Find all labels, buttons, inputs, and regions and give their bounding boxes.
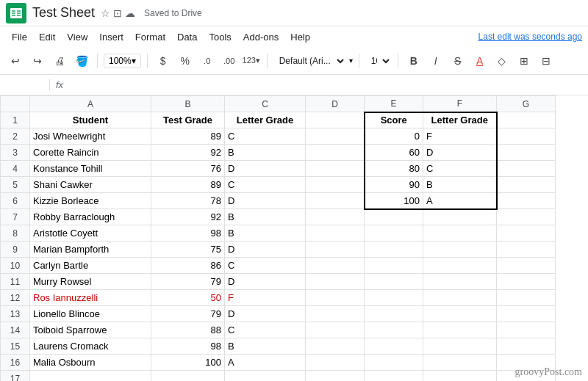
- last-edit-status[interactable]: Last edit was seconds ago: [478, 32, 582, 42]
- cell-d7[interactable]: [306, 209, 365, 225]
- cell-f14[interactable]: [423, 322, 497, 338]
- cell-d17[interactable]: [306, 371, 365, 382]
- cell-d9[interactable]: [306, 242, 365, 258]
- cell-g12[interactable]: [497, 290, 556, 306]
- cell-c8[interactable]: B: [225, 225, 306, 242]
- cell-a13[interactable]: Lionello Blincoe: [30, 306, 151, 322]
- cell-d3[interactable]: [306, 145, 365, 161]
- cell-d16[interactable]: [306, 355, 365, 371]
- menu-format[interactable]: Format: [129, 29, 171, 46]
- cell-c14[interactable]: C: [225, 322, 306, 338]
- cell-e3[interactable]: 60: [365, 145, 423, 161]
- cell-a10[interactable]: Carlyn Bartle: [30, 258, 151, 274]
- cell-f12[interactable]: [423, 290, 497, 306]
- cell-a12[interactable]: Ros Iannuzzelli: [30, 290, 151, 306]
- cell-g8[interactable]: [497, 225, 556, 242]
- cell-c12[interactable]: F: [225, 290, 306, 306]
- cell-e1[interactable]: Score: [365, 112, 423, 128]
- cell-b9[interactable]: 75: [151, 242, 225, 258]
- document-title[interactable]: Test Sheet: [32, 5, 95, 21]
- col-header-d[interactable]: D: [306, 96, 365, 112]
- cell-e9[interactable]: [365, 242, 423, 258]
- cell-d10[interactable]: [306, 258, 365, 274]
- cell-a4[interactable]: Konstance Tohill: [30, 161, 151, 177]
- menu-addons[interactable]: Add-ons: [237, 29, 284, 46]
- dec-decimals-button[interactable]: .0: [198, 51, 217, 70]
- menu-help[interactable]: Help: [284, 29, 316, 46]
- cell-d2[interactable]: [306, 128, 365, 145]
- cell-f10[interactable]: [423, 258, 497, 274]
- cell-b1[interactable]: Test Grade: [151, 112, 225, 128]
- cell-a2[interactable]: Josi Wheelwright: [30, 128, 151, 145]
- col-header-f[interactable]: F: [423, 96, 497, 112]
- menu-edit[interactable]: Edit: [33, 29, 61, 46]
- cell-d11[interactable]: [306, 274, 365, 290]
- cell-d8[interactable]: [306, 225, 365, 242]
- cell-a15[interactable]: Laurens Cromack: [30, 338, 151, 355]
- cell-g7[interactable]: [497, 209, 556, 225]
- merge-button[interactable]: ⊟: [537, 51, 556, 70]
- cell-c15[interactable]: B: [225, 338, 306, 355]
- cell-c3[interactable]: B: [225, 145, 306, 161]
- cell-e7[interactable]: [365, 209, 423, 225]
- cell-reference-input[interactable]: [6, 79, 50, 90]
- cell-c13[interactable]: D: [225, 306, 306, 322]
- cell-g9[interactable]: [497, 242, 556, 258]
- cell-f16[interactable]: [423, 355, 497, 371]
- cell-d5[interactable]: [306, 177, 365, 193]
- cell-c1[interactable]: Letter Grade: [225, 112, 306, 128]
- col-header-e[interactable]: E: [365, 96, 423, 112]
- cell-f2[interactable]: F: [423, 128, 497, 145]
- cell-g10[interactable]: [497, 258, 556, 274]
- cell-b11[interactable]: 79: [151, 274, 225, 290]
- star-icon[interactable]: ☆: [101, 7, 110, 19]
- cell-d12[interactable]: [306, 290, 365, 306]
- cell-g1[interactable]: [497, 112, 556, 128]
- cell-c2[interactable]: C: [225, 128, 306, 145]
- cell-b2[interactable]: 89: [151, 128, 225, 145]
- cell-a1[interactable]: Student: [30, 112, 151, 128]
- cell-f13[interactable]: [423, 306, 497, 322]
- paint-format-button[interactable]: 🪣: [72, 51, 91, 70]
- cell-g6[interactable]: [497, 193, 556, 209]
- cell-a3[interactable]: Corette Raincin: [30, 145, 151, 161]
- cell-c7[interactable]: B: [225, 209, 306, 225]
- redo-button[interactable]: ↪: [28, 51, 47, 70]
- cell-c9[interactable]: D: [225, 242, 306, 258]
- cell-e8[interactable]: [365, 225, 423, 242]
- col-header-a[interactable]: A: [30, 96, 151, 112]
- menu-view[interactable]: View: [61, 29, 93, 46]
- cell-b5[interactable]: 89: [151, 177, 225, 193]
- italic-button[interactable]: I: [426, 51, 445, 70]
- cell-e2[interactable]: 0: [365, 128, 423, 145]
- more-formats-button[interactable]: 123▾: [242, 51, 261, 70]
- cell-f17[interactable]: [423, 371, 497, 382]
- cell-b3[interactable]: 92: [151, 145, 225, 161]
- cell-e10[interactable]: [365, 258, 423, 274]
- cell-a9[interactable]: Marian Bampforth: [30, 242, 151, 258]
- cell-c5[interactable]: C: [225, 177, 306, 193]
- cell-b17[interactable]: [151, 371, 225, 382]
- cell-e17[interactable]: [365, 371, 423, 382]
- cell-a8[interactable]: Aristotle Coyett: [30, 225, 151, 242]
- underline-button[interactable]: A: [470, 51, 490, 70]
- cell-d6[interactable]: [306, 193, 365, 209]
- cell-d4[interactable]: [306, 161, 365, 177]
- cell-g15[interactable]: [497, 338, 556, 355]
- cell-f11[interactable]: [423, 274, 497, 290]
- strikethrough-button[interactable]: S: [448, 51, 467, 70]
- cell-e15[interactable]: [365, 338, 423, 355]
- cell-g5[interactable]: [497, 177, 556, 193]
- cell-c16[interactable]: A: [225, 355, 306, 371]
- cell-a17[interactable]: [30, 371, 151, 382]
- cell-g13[interactable]: [497, 306, 556, 322]
- cell-g11[interactable]: [497, 274, 556, 290]
- cell-e11[interactable]: [365, 274, 423, 290]
- cell-e12[interactable]: [365, 290, 423, 306]
- cell-g3[interactable]: [497, 145, 556, 161]
- menu-tools[interactable]: Tools: [203, 29, 237, 46]
- cell-a5[interactable]: Shani Cawker: [30, 177, 151, 193]
- cell-b4[interactable]: 76: [151, 161, 225, 177]
- cell-a14[interactable]: Toiboid Sparrowe: [30, 322, 151, 338]
- fill-color-button[interactable]: ◇: [492, 51, 512, 70]
